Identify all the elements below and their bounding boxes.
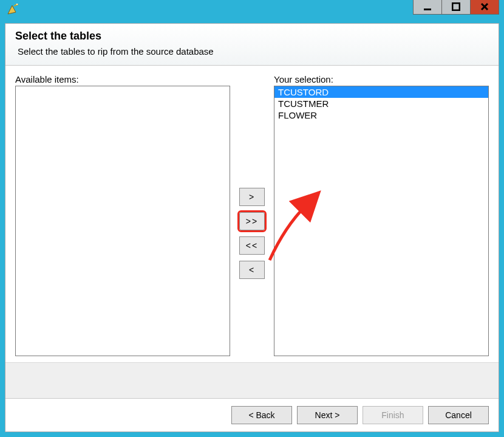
add-all-button[interactable]: >> (239, 212, 265, 230)
window-frame: Select the tables Select the tables to r… (0, 0, 504, 437)
svg-point-2 (16, 4, 18, 5)
list-item[interactable]: TCUSTORD (274, 86, 488, 98)
list-item[interactable]: TCUSTMER (274, 98, 488, 109)
list-item[interactable]: FLOWER (274, 109, 488, 121)
app-icon (6, 4, 18, 16)
move-button-column: > >> << < (230, 74, 274, 356)
svg-rect-4 (452, 3, 460, 10)
page-title: Select the tables (15, 30, 489, 43)
page-subtitle: Select the tables to rip from the source… (18, 46, 489, 57)
window-controls (414, 0, 499, 15)
svg-rect-3 (424, 9, 431, 10)
finish-button: Finish (363, 406, 423, 424)
available-listbox[interactable] (15, 86, 230, 356)
back-button[interactable]: < Back (231, 406, 292, 424)
titlebar (5, 0, 499, 23)
nav-button-bar: < Back Next > Finish Cancel (5, 399, 499, 432)
dialog-body: Available items: > >> << < Your selectio… (5, 66, 499, 362)
svg-marker-0 (8, 5, 16, 14)
next-button[interactable]: Next > (297, 406, 358, 424)
selection-listbox[interactable]: TCUSTORDTCUSTMERFLOWER (274, 86, 489, 356)
dialog-client: Select the tables Select the tables to r… (5, 23, 499, 432)
add-button[interactable]: > (239, 188, 265, 206)
minimize-button[interactable] (413, 0, 442, 15)
close-button[interactable] (470, 0, 499, 15)
available-column: Available items: (15, 74, 230, 356)
dialog-header: Select the tables Select the tables to r… (5, 24, 499, 66)
cancel-button[interactable]: Cancel (428, 406, 489, 424)
maximize-button[interactable] (441, 0, 471, 15)
footer-spacer (5, 362, 499, 399)
selection-label: Your selection: (274, 74, 489, 84)
remove-button[interactable]: < (239, 261, 265, 279)
available-label: Available items: (15, 74, 230, 84)
selection-column: Your selection: TCUSTORDTCUSTMERFLOWER (274, 74, 489, 356)
remove-all-button[interactable]: << (239, 236, 265, 255)
